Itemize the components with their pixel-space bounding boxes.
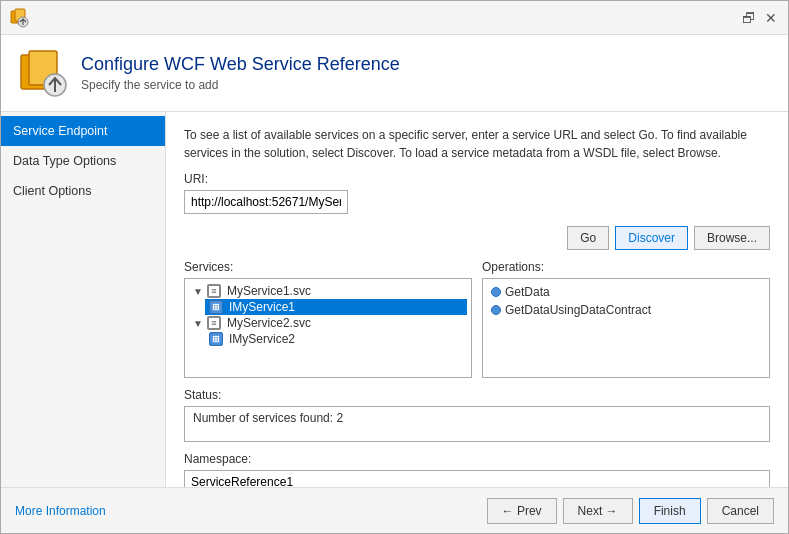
uri-label: URI: (184, 172, 770, 186)
tree-item-imyservice2[interactable]: ⊞ IMyService2 (205, 331, 467, 347)
ops-label-2: GetDataUsingDataContract (505, 303, 651, 317)
next-button[interactable]: Next → (563, 498, 633, 524)
uri-section: URI: (184, 172, 770, 214)
cancel-button[interactable]: Cancel (707, 498, 774, 524)
tree-item-imyservice1[interactable]: ⊞ IMyService1 (205, 299, 467, 315)
body: Service Endpoint Data Type Options Clien… (1, 112, 788, 487)
header-icon (19, 49, 67, 97)
ops-dot-1 (491, 287, 501, 297)
status-section: Status: Number of services found: 2 (184, 388, 770, 442)
tree-indent-1: ⊞ IMyService1 (205, 299, 467, 315)
service-icon-2: ≡ (207, 316, 221, 330)
operations-section: Operations: GetData GetDataUsingDataCont… (482, 260, 770, 378)
header-text: Configure WCF Web Service Reference Spec… (81, 54, 400, 92)
tree-item-myservice1svc[interactable]: ▼ ≡ MyService1.svc (189, 283, 467, 299)
close-button[interactable]: ✕ (762, 9, 780, 27)
namespace-section: Namespace: (184, 452, 770, 487)
operations-list: GetData GetDataUsingDataContract (482, 278, 770, 378)
service1-label: MyService1.svc (227, 284, 311, 298)
expand-arrow-2: ▼ (193, 318, 203, 329)
dialog-title: Configure WCF Web Service Reference (81, 54, 400, 76)
browse-button[interactable]: Browse... (694, 226, 770, 250)
services-label: Services: (184, 260, 472, 274)
namespace-input[interactable] (184, 470, 770, 487)
sidebar-item-service-endpoint[interactable]: Service Endpoint (1, 116, 165, 146)
expand-arrow-1: ▼ (193, 286, 203, 297)
status-box: Number of services found: 2 (184, 406, 770, 442)
interface-icon-2: ⊞ (209, 332, 223, 346)
sidebar: Service Endpoint Data Type Options Clien… (1, 112, 166, 487)
restore-button[interactable]: 🗗 (740, 9, 758, 27)
iservice1-label: IMyService1 (229, 300, 295, 314)
uri-input[interactable] (184, 190, 348, 214)
services-tree: ▼ ≡ MyService1.svc ⊞ IMyService1 (184, 278, 472, 378)
footer-left: More Information (15, 504, 106, 518)
sidebar-item-client-options[interactable]: Client Options (1, 176, 165, 206)
discover-button[interactable]: Discover (615, 226, 688, 250)
content-area: To see a list of available services on a… (166, 112, 788, 487)
status-text: Number of services found: 2 (193, 411, 343, 425)
ops-label-1: GetData (505, 285, 550, 299)
prev-button[interactable]: ← Prev (487, 498, 557, 524)
footer-right: ← Prev Next → Finish Cancel (487, 498, 774, 524)
title-bar-controls: 🗗 ✕ (740, 9, 780, 27)
ops-item-getdatausingdatacontract: GetDataUsingDataContract (487, 301, 765, 319)
ops-dot-2 (491, 305, 501, 315)
header: Configure WCF Web Service Reference Spec… (1, 35, 788, 112)
tree-indent-2: ⊞ IMyService2 (205, 331, 467, 347)
services-section: Services: ▼ ≡ MyService1.svc ⊞ IMyServic… (184, 260, 472, 378)
footer: More Information ← Prev Next → Finish Ca… (1, 487, 788, 533)
tree-item-myservice2svc[interactable]: ▼ ≡ MyService2.svc (189, 315, 467, 331)
namespace-label: Namespace: (184, 452, 770, 466)
status-label: Status: (184, 388, 770, 402)
dialog: 🗗 ✕ Configure WCF Web Service Reference … (0, 0, 789, 534)
service2-label: MyService2.svc (227, 316, 311, 330)
go-button[interactable]: Go (567, 226, 609, 250)
finish-button[interactable]: Finish (639, 498, 701, 524)
app-icon (9, 8, 29, 28)
sidebar-item-data-type-options[interactable]: Data Type Options (1, 146, 165, 176)
title-bar-left (9, 8, 29, 28)
interface-icon-1: ⊞ (209, 300, 223, 314)
iservice2-label: IMyService2 (229, 332, 295, 346)
service-icon-1: ≡ (207, 284, 221, 298)
description-text: To see a list of available services on a… (184, 126, 770, 162)
ops-item-getdata: GetData (487, 283, 765, 301)
operations-label: Operations: (482, 260, 770, 274)
title-bar: 🗗 ✕ (1, 1, 788, 35)
services-ops-row: Services: ▼ ≡ MyService1.svc ⊞ IMyServic… (184, 260, 770, 378)
dialog-subtitle: Specify the service to add (81, 78, 400, 92)
more-information-link[interactable]: More Information (15, 504, 106, 518)
action-buttons: Go Discover Browse... (184, 226, 770, 250)
